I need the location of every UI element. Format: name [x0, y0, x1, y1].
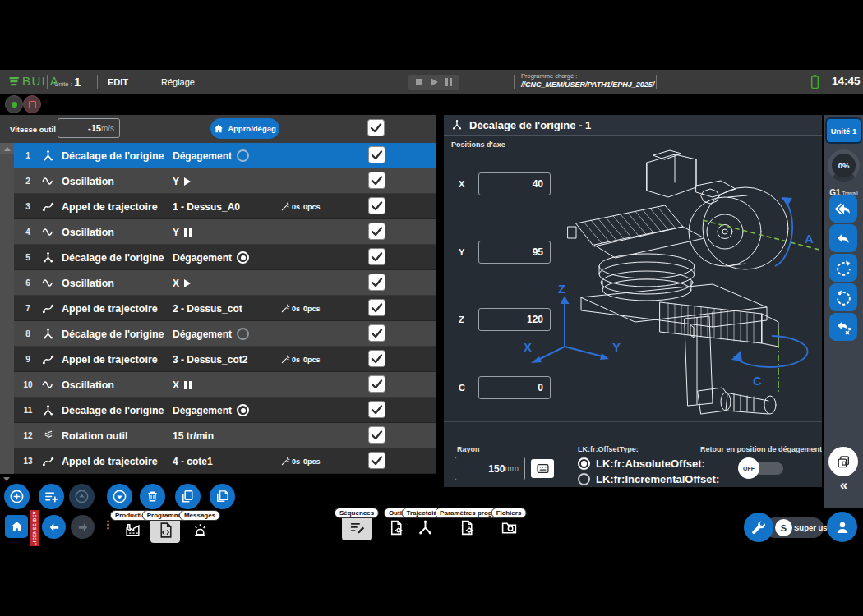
- home-button[interactable]: [5, 515, 28, 538]
- sequence-row[interactable]: 7Appel de trajectoire2 - Dessus_cot0s0pc…: [14, 296, 436, 321]
- sequence-row[interactable]: 3Appel de trajectoire1 - Dessus_A00s0pcs: [14, 194, 436, 219]
- row-checkbox[interactable]: [368, 324, 385, 342]
- back-step-button[interactable]: [829, 224, 857, 252]
- paste-button[interactable]: [210, 484, 235, 509]
- tool-speed-input[interactable]: -15m/s: [58, 118, 120, 138]
- wrench-icon: [750, 519, 767, 536]
- program-path: //CNC_MEM/USER/PATH1/EPHJ_2025/: [521, 80, 654, 89]
- duplicate-button[interactable]: [828, 447, 858, 476]
- incremental-offset-radio[interactable]: LK:fr:IncrementalOffset:: [578, 472, 719, 486]
- row-checkbox[interactable]: [368, 401, 385, 418]
- row-checkbox[interactable]: [368, 426, 385, 444]
- delete-button[interactable]: [140, 484, 165, 509]
- scroll-down-icon[interactable]: [3, 477, 10, 481]
- row-value: Dégagement: [173, 328, 249, 340]
- rotate-cw-button[interactable]: [829, 254, 857, 282]
- select-all-checkbox[interactable]: [367, 119, 385, 136]
- absolute-offset-radio[interactable]: LK:fr:AbsoluteOffset:: [578, 457, 705, 471]
- stop-button[interactable]: [23, 95, 41, 113]
- pause-icon[interactable]: [445, 78, 452, 86]
- sequence-row[interactable]: 13Appel de trajectoire4 - cote10s0pcs: [14, 448, 436, 474]
- sequence-row[interactable]: 1Décalage de l'origineDégagement: [14, 143, 436, 168]
- tab-production[interactable]: Production: [118, 517, 147, 543]
- sequence-row[interactable]: 5Décalage de l'origineDégagement: [14, 245, 436, 270]
- move-up-button[interactable]: [69, 484, 95, 509]
- add-button[interactable]: [4, 484, 30, 509]
- row-checkbox[interactable]: [368, 350, 385, 367]
- tools-button[interactable]: [744, 513, 773, 542]
- rotate-ccw-button[interactable]: [829, 283, 857, 311]
- collapse-panel-button[interactable]: «: [824, 477, 863, 494]
- rayon-unit: mm: [505, 464, 519, 473]
- tab-trajectoires[interactable]: Trajectoires: [410, 515, 440, 540]
- start-button[interactable]: [5, 95, 23, 113]
- trajectory-icon: [42, 353, 62, 365]
- tab-programme[interactable]: Programme: [150, 517, 180, 543]
- tab-fichiers[interactable]: Fichiers: [494, 515, 524, 540]
- sequence-row[interactable]: 8Décalage de l'origineDégagement: [14, 321, 436, 347]
- scroll-up-icon[interactable]: [0, 143, 14, 154]
- play-icon[interactable]: [431, 78, 438, 86]
- rayon-label: Rayon: [457, 445, 480, 453]
- return-position-toggle[interactable]: OFF: [738, 457, 784, 479]
- rotation-icon: [42, 430, 62, 442]
- radio-empty-icon: [237, 328, 249, 340]
- nav-back-button[interactable]: [42, 515, 66, 539]
- row-checkbox[interactable]: [368, 375, 385, 393]
- account-button[interactable]: [827, 512, 857, 542]
- stop-icon[interactable]: [416, 79, 422, 85]
- license-banner: LICENSE DEV: [30, 510, 39, 546]
- tab-param-tres-prog-[interactable]: Paramètres prog.: [452, 515, 482, 540]
- sequence-row[interactable]: 6OscillationX: [14, 270, 436, 296]
- axis-label: Y: [459, 247, 464, 257]
- row-checkbox[interactable]: [368, 299, 385, 316]
- row-value-text: 15 tr/min: [173, 430, 214, 442]
- fast-back-button[interactable]: [829, 195, 857, 223]
- layers-icon: [836, 454, 851, 470]
- row-value: 1 - Dessus_A0: [173, 201, 240, 213]
- undo-moves-button[interactable]: [829, 313, 857, 341]
- copy-button[interactable]: [175, 484, 201, 509]
- row-checkbox[interactable]: [368, 146, 385, 163]
- filegear-icon: [381, 515, 411, 540]
- origin-icon: [42, 251, 62, 264]
- sequence-row[interactable]: 11Décalage de l'origineDégagement: [14, 398, 436, 423]
- nav-forward-button[interactable]: [71, 515, 95, 539]
- row-checkbox[interactable]: [368, 197, 385, 214]
- tab-outil[interactable]: Outil: [381, 515, 411, 540]
- oscillation-icon: [42, 226, 62, 238]
- add-to-list-button[interactable]: [39, 484, 64, 509]
- origin-offset-panel: Décalage de l'origine - 1 Positions d'ax…: [444, 115, 822, 487]
- rayon-input[interactable]: 150mm: [455, 457, 525, 480]
- row-number: 5: [14, 253, 42, 262]
- sequence-row[interactable]: 10OscillationX: [14, 372, 436, 398]
- row-number: 4: [14, 228, 42, 237]
- unit-button[interactable]: Unité 1: [827, 119, 861, 142]
- row-checkbox[interactable]: [368, 223, 385, 240]
- row-checkbox[interactable]: [368, 452, 385, 469]
- row-checkbox[interactable]: [368, 248, 385, 265]
- more-options-icon[interactable]: ⋮: [103, 518, 113, 531]
- row-label: Décalage de l'origine: [62, 405, 164, 416]
- row-label: Oscillation: [62, 379, 114, 391]
- appro-degag-button[interactable]: Appro/dégag: [210, 118, 279, 139]
- tab-s-quences[interactable]: Séquences: [342, 515, 372, 540]
- gauge-percent: 0%: [838, 161, 850, 170]
- sequence-row[interactable]: 12Rotation outil15 tr/min: [14, 423, 436, 448]
- keypad-icon: [537, 463, 549, 474]
- sequence-row[interactable]: 9Appel de trajectoire3 - Dessus_cot20s0p…: [14, 347, 436, 372]
- sequence-row[interactable]: 2OscillationY: [14, 168, 436, 194]
- axis-positions-label: Positions d'axe: [451, 140, 505, 149]
- row-label: Oscillation: [62, 176, 114, 187]
- row-checkbox[interactable]: [368, 172, 385, 189]
- keypad-button[interactable]: [531, 459, 554, 478]
- tab-messages[interactable]: Messages: [185, 517, 215, 543]
- move-down-button[interactable]: [107, 484, 132, 509]
- row-checkbox[interactable]: [368, 274, 385, 291]
- sequence-row[interactable]: 4OscillationY: [14, 219, 436, 245]
- trajectory-icon: [42, 455, 62, 467]
- battery-icon: [810, 74, 819, 90]
- list-scrollbar[interactable]: [0, 143, 14, 474]
- diagram-a-label: A: [805, 232, 814, 246]
- radio-empty-icon: [237, 149, 249, 162]
